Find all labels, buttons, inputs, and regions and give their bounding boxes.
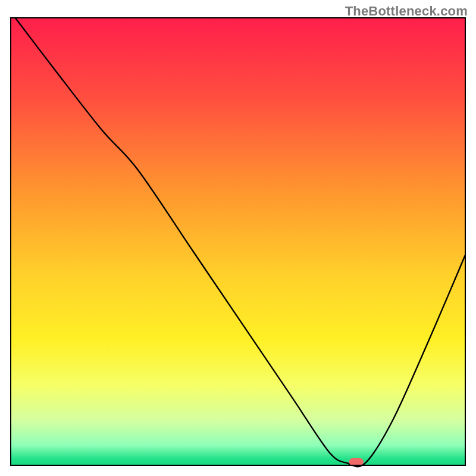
chart-container: TheBottleneck.com — [0, 0, 476, 476]
bottleneck-chart-svg — [0, 0, 476, 476]
optimal-marker — [349, 458, 363, 465]
plot-background — [11, 18, 465, 465]
